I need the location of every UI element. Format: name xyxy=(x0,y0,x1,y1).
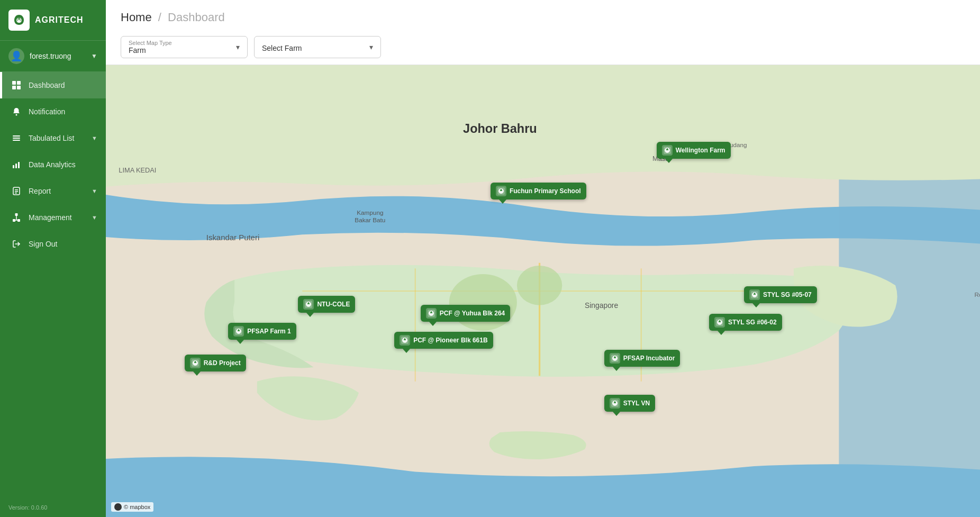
svg-rect-9 xyxy=(15,164,17,168)
svg-rect-0 xyxy=(12,81,16,85)
breadcrumb-home: Home xyxy=(121,11,152,24)
svg-text:Johor Bahru: Johor Bahru xyxy=(463,122,537,135)
svg-rect-10 xyxy=(18,162,20,168)
dashboard-icon xyxy=(11,79,22,91)
map-marker-rd-project[interactable]: R&D Project xyxy=(185,355,246,371)
marker-label: R&D Project xyxy=(204,359,241,367)
svg-rect-14 xyxy=(15,193,17,194)
marker-label: STYL SG #05-07 xyxy=(763,291,812,298)
sign-out-label: Sign Out xyxy=(29,240,97,248)
svg-rect-2 xyxy=(12,86,16,89)
main-nav: Dashboard Notification Tabulated List ▼ … xyxy=(0,72,106,257)
map-marker-ntu-cole[interactable]: NTU-COLE xyxy=(298,296,355,313)
map-area: Johor Bahru Iskandar Puteri Singapore LI… xyxy=(106,65,980,517)
marker-plant-icon xyxy=(426,308,437,319)
tabulated-list-label: Tabulated List xyxy=(29,134,85,142)
map-type-dropdown[interactable]: Select Map Type Farm ▾ xyxy=(121,36,248,58)
map-marker-pcf-yuhua[interactable]: PCF @ Yuhua Blk 264 xyxy=(421,305,511,322)
marker-label: PCF @ Pioneer Blk 661B xyxy=(413,337,487,344)
svg-text:Bakar Batu: Bakar Batu xyxy=(355,216,385,223)
marker-plant-icon xyxy=(714,317,725,328)
logo-area: AGRITECH xyxy=(0,0,106,41)
top-bar: Home / Dashboard xyxy=(106,0,980,30)
breadcrumb-separator: / xyxy=(158,11,161,24)
farm-select-arrow-icon: ▾ xyxy=(369,43,373,51)
map-type-value: Farm xyxy=(129,46,240,55)
svg-rect-1 xyxy=(17,81,21,85)
version-label: Version: 0.0.60 xyxy=(0,498,106,517)
marker-label: PCF @ Yuhua Blk 264 xyxy=(440,310,505,317)
nav-item-data-analytics[interactable]: Data Analytics xyxy=(0,151,106,178)
marker-plant-icon xyxy=(662,145,673,156)
marker-plant-icon xyxy=(400,335,410,346)
logo-text: AGRITECH xyxy=(35,15,84,25)
management-chevron-icon: ▼ xyxy=(92,214,97,221)
map-marker-pfsap-farm[interactable]: PFSAP Farm 1 xyxy=(228,323,296,340)
user-avatar-icon: 👤 xyxy=(8,48,24,64)
map-type-arrow-icon: ▾ xyxy=(236,43,240,51)
marker-label: Wellington Farm xyxy=(676,147,725,154)
svg-point-4 xyxy=(16,114,17,116)
marker-label: STYL VN xyxy=(623,400,650,407)
marker-plant-icon xyxy=(303,299,314,310)
map-marker-pcf-pioneer[interactable]: PCF @ Pioneer Blk 661B xyxy=(394,332,493,349)
management-label: Management xyxy=(29,213,85,222)
user-chevron-icon: ▼ xyxy=(91,52,97,60)
svg-point-25 xyxy=(517,266,562,305)
user-name: forest.truong xyxy=(30,52,86,60)
tabulated-list-icon xyxy=(11,132,22,144)
marker-plant-icon xyxy=(190,358,201,368)
farm-select-dropdown[interactable]: Select Farm ▾ xyxy=(254,36,381,58)
nav-item-tabulated-list[interactable]: Tabulated List ▼ xyxy=(0,125,106,151)
report-label: Report xyxy=(29,187,85,195)
sign-out-icon xyxy=(11,238,22,250)
map-marker-styl-sg-05[interactable]: STYL SG #05-07 xyxy=(744,286,817,303)
management-icon xyxy=(11,212,22,223)
tabulated-list-chevron-icon: ▼ xyxy=(92,135,97,141)
nav-item-report[interactable]: Report ▼ xyxy=(0,178,106,204)
notification-icon xyxy=(11,106,22,117)
logo-icon xyxy=(8,10,30,31)
svg-rect-5 xyxy=(13,135,20,137)
map-marker-pfsap-incubator[interactable]: PFSAP Incubator xyxy=(604,350,680,367)
map-marker-styl-sg-06[interactable]: STYL SG #06-02 xyxy=(709,314,782,331)
nav-item-dashboard[interactable]: Dashboard xyxy=(0,72,106,98)
svg-text:Singapore: Singapore xyxy=(585,301,618,310)
main-content: Home / Dashboard Select Map Type Farm ▾ … xyxy=(106,0,980,517)
svg-point-24 xyxy=(449,274,517,331)
svg-rect-8 xyxy=(13,165,14,168)
breadcrumb-dashboard: Dashboard xyxy=(168,11,225,24)
farm-select-label: Select Farm xyxy=(262,44,373,52)
marker-plant-icon xyxy=(610,398,620,409)
nav-item-notification[interactable]: Notification xyxy=(0,98,106,125)
report-icon xyxy=(11,185,22,197)
nav-item-management[interactable]: Management ▼ xyxy=(0,204,106,231)
svg-rect-7 xyxy=(13,140,20,141)
svg-rect-16 xyxy=(15,213,18,216)
map-marker-fuchun[interactable]: Fuchun Primary School xyxy=(491,183,586,199)
sidebar: AGRITECH 👤 forest.truong ▼ Dashboard Not… xyxy=(0,0,106,517)
breadcrumb: Home / Dashboard xyxy=(121,11,965,24)
svg-text:Kampung: Kampung xyxy=(357,209,383,216)
svg-text:Rocky Hill: Rocky Hill xyxy=(975,291,980,298)
notification-label: Notification xyxy=(29,107,97,116)
marker-label: PFSAP Farm 1 xyxy=(247,328,291,335)
svg-text:LIMA KEDAI: LIMA KEDAI xyxy=(119,166,156,174)
nav-item-sign-out[interactable]: Sign Out xyxy=(0,231,106,257)
marker-label: PFSAP Incubator xyxy=(623,355,675,362)
svg-rect-13 xyxy=(15,191,18,192)
svg-rect-3 xyxy=(17,86,21,89)
map-marker-styl-vn[interactable]: STYL VN xyxy=(604,395,655,412)
data-analytics-icon xyxy=(11,159,22,170)
svg-text:Iskandar Puteri: Iskandar Puteri xyxy=(206,233,259,242)
mapbox-label: © mapbox xyxy=(124,504,150,510)
marker-plant-icon xyxy=(610,353,620,364)
svg-rect-6 xyxy=(13,138,20,139)
marker-label: Fuchun Primary School xyxy=(510,187,581,195)
map-marker-wellington[interactable]: Wellington Farm xyxy=(657,142,731,159)
user-area[interactable]: 👤 forest.truong ▼ xyxy=(0,41,106,72)
map-type-label: Select Map Type xyxy=(129,40,240,46)
data-analytics-label: Data Analytics xyxy=(29,160,97,169)
marker-label: NTU-COLE xyxy=(317,301,350,308)
map-background: Johor Bahru Iskandar Puteri Singapore LI… xyxy=(106,65,980,517)
